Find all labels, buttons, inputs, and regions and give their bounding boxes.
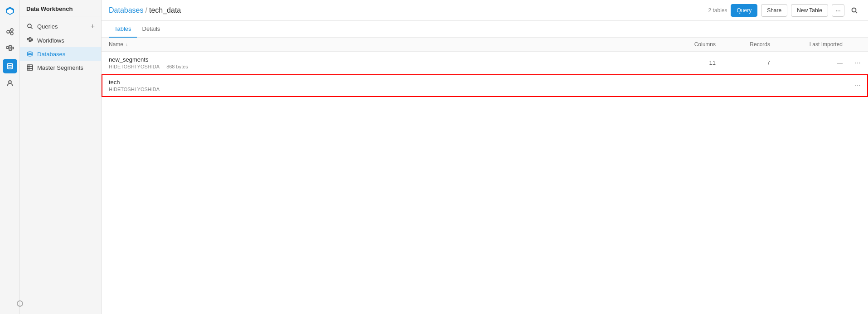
breadcrumb-separator: / bbox=[145, 6, 147, 14]
svg-rect-20 bbox=[29, 38, 31, 39]
row-records-count: 7 bbox=[716, 59, 770, 66]
share-button[interactable]: Share bbox=[761, 4, 787, 17]
sidebar-nav: Queries + Workflows D bbox=[20, 16, 101, 300]
row-table-name: new_segments bbox=[109, 56, 657, 63]
svg-point-23 bbox=[28, 52, 32, 53]
row-size: 868 bytes bbox=[166, 64, 188, 69]
database-nav-icon[interactable] bbox=[3, 59, 17, 73]
sidebar-item-queries-label: Queries bbox=[37, 23, 58, 30]
query-button[interactable]: Query bbox=[731, 4, 757, 17]
icon-rail bbox=[0, 0, 20, 314]
row-actions-menu[interactable]: ··· bbox=[843, 59, 861, 67]
more-button[interactable]: ··· bbox=[832, 4, 844, 17]
queries-add-icon[interactable]: + bbox=[91, 22, 95, 30]
sidebar-item-databases-label: Databases bbox=[37, 51, 65, 58]
svg-point-3 bbox=[10, 29, 13, 31]
svg-point-28 bbox=[852, 8, 856, 12]
sort-arrow: ↓ bbox=[126, 42, 128, 47]
sidebar-item-master-segments[interactable]: Master Segments bbox=[20, 61, 101, 74]
new-table-button[interactable]: New Table bbox=[791, 4, 828, 17]
svg-line-5 bbox=[9, 30, 10, 31]
svg-rect-21 bbox=[29, 40, 31, 42]
sidebar-item-master-segments-label: Master Segments bbox=[37, 64, 83, 71]
row-actions-menu[interactable]: ··· bbox=[843, 82, 861, 90]
column-columns-header: Columns bbox=[657, 41, 716, 48]
svg-rect-24 bbox=[27, 65, 33, 70]
databases-icon bbox=[26, 50, 34, 58]
sidebar-item-workflows-label: Workflows bbox=[37, 37, 64, 44]
row-owner: HIDETOSHI YOSHIDA bbox=[109, 87, 160, 92]
workflow-nav-icon[interactable] bbox=[3, 42, 17, 56]
svg-line-29 bbox=[856, 11, 858, 13]
sidebar-item-databases[interactable]: Databases bbox=[20, 47, 101, 61]
main-content: Databases / tech_data 2 tables Query Sha… bbox=[102, 0, 868, 314]
tabs-bar: Tables Details bbox=[102, 21, 868, 38]
link-nav-icon[interactable] bbox=[3, 24, 17, 39]
row-owner: HIDETOSHI YOSHIDA bbox=[109, 64, 160, 69]
tables-count: 2 tables bbox=[708, 7, 727, 14]
row-columns-count: 11 bbox=[657, 59, 716, 66]
tab-tables[interactable]: Tables bbox=[109, 21, 137, 38]
svg-point-2 bbox=[7, 30, 10, 33]
sidebar: Data Workbench Queries + Workflows bbox=[20, 0, 102, 314]
sidebar-title: Data Workbench bbox=[20, 0, 101, 16]
svg-point-17 bbox=[28, 24, 31, 28]
svg-line-12 bbox=[9, 48, 9, 50]
svg-rect-7 bbox=[6, 47, 9, 48]
table-row[interactable]: new_segments HIDETOSHI YOSHIDA · 868 byt… bbox=[102, 52, 868, 74]
svg-point-4 bbox=[10, 32, 13, 35]
svg-point-15 bbox=[7, 63, 13, 65]
svg-rect-8 bbox=[9, 45, 11, 47]
svg-line-11 bbox=[9, 47, 9, 48]
sidebar-item-workflows[interactable]: Workflows bbox=[20, 34, 101, 47]
workflows-icon bbox=[26, 37, 34, 44]
svg-rect-19 bbox=[27, 39, 29, 40]
row-last-imported: — bbox=[770, 59, 843, 66]
sidebar-item-queries[interactable]: Queries + bbox=[20, 19, 101, 34]
row-table-name: tech bbox=[109, 79, 657, 86]
svg-line-6 bbox=[9, 33, 10, 33]
table-header: Name ↓ Columns Records Last Imported bbox=[102, 38, 868, 52]
resize-indicator bbox=[17, 300, 23, 307]
breadcrumb-current: tech_data bbox=[149, 6, 181, 14]
topbar: Databases / tech_data 2 tables Query Sha… bbox=[102, 0, 868, 21]
svg-line-13 bbox=[11, 47, 12, 48]
queries-icon bbox=[26, 23, 34, 30]
search-button[interactable] bbox=[848, 4, 861, 17]
topbar-actions: 2 tables Query Share New Table ··· bbox=[708, 4, 861, 17]
svg-rect-9 bbox=[9, 49, 11, 51]
column-name-header[interactable]: Name ↓ bbox=[109, 41, 657, 48]
table-area: Name ↓ Columns Records Last Imported new… bbox=[102, 38, 868, 314]
breadcrumb: Databases / tech_data bbox=[109, 6, 704, 14]
master-segments-icon bbox=[26, 64, 34, 71]
user-nav-icon[interactable] bbox=[3, 76, 17, 91]
table-row[interactable]: tech HIDETOSHI YOSHIDA ··· bbox=[102, 74, 868, 97]
tab-details[interactable]: Details bbox=[137, 21, 166, 38]
svg-rect-22 bbox=[31, 39, 33, 40]
column-imported-header: Last Imported bbox=[770, 41, 843, 48]
svg-line-18 bbox=[31, 27, 32, 29]
column-records-header: Records bbox=[716, 41, 770, 48]
svg-line-14 bbox=[11, 48, 12, 50]
app-logo bbox=[4, 5, 16, 17]
breadcrumb-databases-link[interactable]: Databases bbox=[109, 6, 144, 14]
